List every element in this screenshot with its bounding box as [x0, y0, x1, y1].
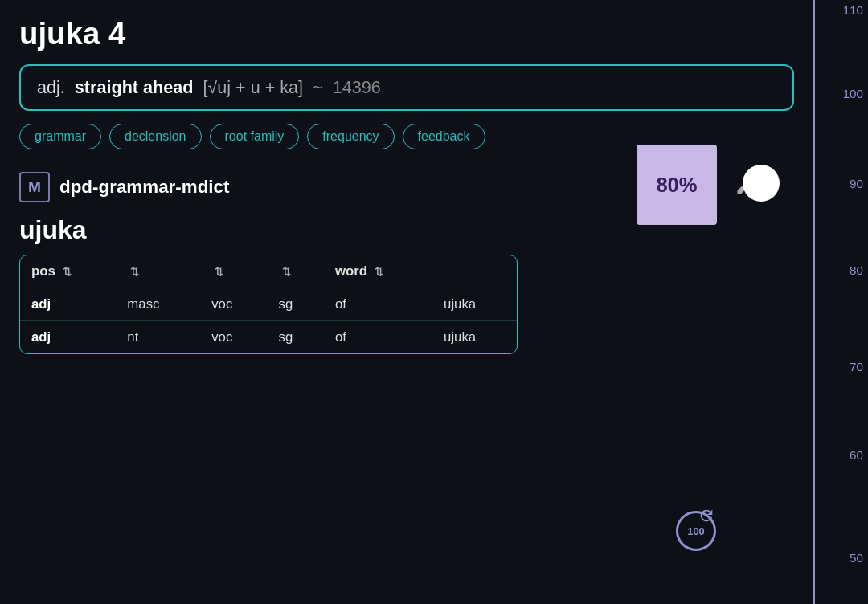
reload-circle: 100 [676, 511, 716, 551]
tag-frequency[interactable]: frequency [307, 124, 394, 149]
ruler-tick-70: 70 [850, 360, 863, 373]
cell-col5-1: of [324, 288, 432, 321]
cell-word-2: ujuka [432, 321, 517, 354]
ruler-sidebar: 110 100 90 80 70 60 50 [813, 0, 868, 604]
reload-button[interactable]: 100 [675, 510, 717, 552]
ruler-tick-80: 80 [850, 263, 863, 277]
reload-label: 100 [687, 525, 704, 537]
grammar-table: pos ⇅ ⇅ ⇅ ⇅ word [20, 255, 517, 353]
cell-pos-1: adj [20, 288, 116, 321]
table-row: adj masc voc sg of ujuka [20, 288, 517, 321]
progress-box: 80% [637, 145, 717, 225]
sort-icon-3[interactable]: ⇅ [215, 266, 223, 278]
definition-tilde: ~ [313, 77, 323, 97]
sort-icon-word[interactable]: ⇅ [375, 266, 383, 278]
definition-bracket: [√uj + u + ka] [203, 77, 303, 97]
ruler-tick-110: 110 [843, 3, 863, 17]
reload-arrow-icon [698, 507, 715, 524]
tag-declension[interactable]: declension [109, 124, 202, 149]
dict-name: dpd-grammar-mdict [59, 177, 230, 198]
col-header-3[interactable]: ⇅ [200, 255, 267, 288]
cell-pos-2: adj [20, 321, 116, 354]
cell-col4-1: sg [268, 288, 324, 321]
tag-grammar[interactable]: grammar [19, 124, 101, 149]
col-header-2[interactable]: ⇅ [116, 255, 200, 288]
cell-col2-2: nt [116, 321, 200, 354]
definition-number: 14396 [333, 77, 381, 97]
definition-bold: straight ahead [75, 77, 194, 97]
word-title: ujuka 4 [19, 16, 794, 51]
cell-col3-2: voc [200, 321, 267, 354]
definition-box: adj. straight ahead [√uj + u + ka] ~ 143… [19, 64, 794, 111]
definition-prefix: adj. [37, 77, 65, 97]
ruler-tick-60: 60 [850, 448, 863, 462]
sort-icon-4[interactable]: ⇅ [282, 266, 291, 278]
slider-handle[interactable] [743, 165, 780, 202]
ruler-tick-90: 90 [850, 177, 863, 190]
ruler-tick-100: 100 [843, 87, 863, 100]
tag-feedback[interactable]: feedback [403, 124, 485, 149]
cell-col3-1: voc [200, 288, 267, 321]
tag-root-family[interactable]: root family [210, 124, 300, 149]
col-header-pos[interactable]: pos ⇅ [20, 255, 116, 288]
content-area: ujuka 4 adj. straight ahead [√uj + u + k… [0, 0, 813, 604]
table-row: adj nt voc sg of ujuka [20, 321, 517, 354]
definition-text: adj. straight ahead [√uj + u + ka] ~ 143… [37, 77, 381, 97]
col-header-4[interactable]: ⇅ [268, 255, 324, 288]
grammar-table-container: pos ⇅ ⇅ ⇅ ⇅ word [19, 255, 518, 354]
table-header-row: pos ⇅ ⇅ ⇅ ⇅ word [20, 255, 517, 288]
cell-col5-2: of [324, 321, 432, 354]
sort-icon-pos[interactable]: ⇅ [63, 266, 72, 278]
dict-icon: M [19, 172, 50, 202]
cell-col4-2: sg [268, 321, 324, 354]
main-container: ujuka 4 adj. straight ahead [√uj + u + k… [0, 0, 868, 604]
sort-icon-2[interactable]: ⇅ [130, 266, 139, 278]
cell-word-1: ujuka [432, 288, 517, 321]
cell-col2-1: masc [116, 288, 200, 321]
ruler-tick-50: 50 [850, 551, 863, 565]
progress-text: 80% [656, 173, 697, 197]
col-header-word[interactable]: word ⇅ [324, 255, 432, 288]
